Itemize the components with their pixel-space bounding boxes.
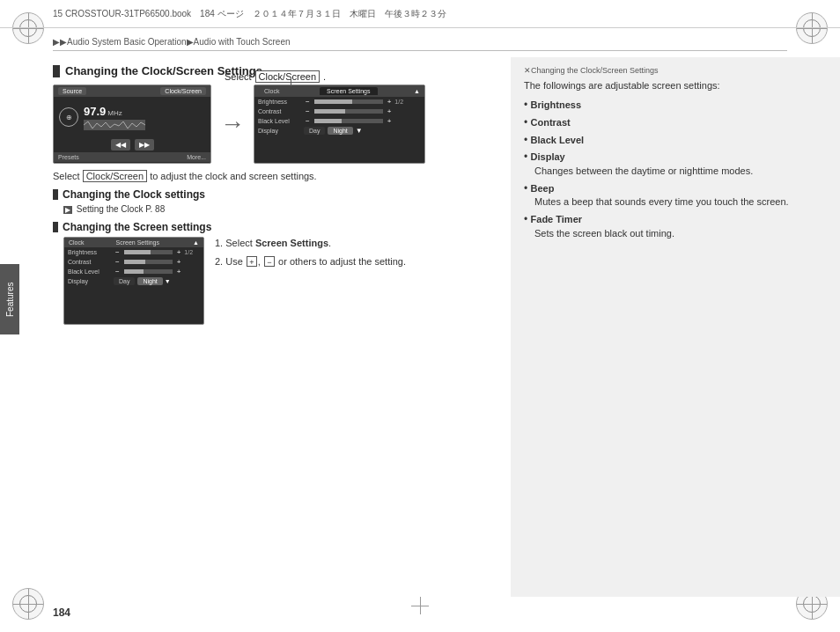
small-contrast-row: Contrast − + bbox=[64, 257, 203, 267]
brightness-row: Brightness − + 1/2 bbox=[254, 97, 424, 107]
bottom-crosshair bbox=[411, 597, 429, 614]
radio-content: ⊕ 97.9 MHz bbox=[54, 97, 210, 137]
ref-icon: ▶ bbox=[63, 206, 72, 214]
clock-ref: ▶ Setting the Clock P. 88 bbox=[63, 204, 502, 214]
settings-top-bar: Clock Screen Settings ▲ bbox=[254, 85, 424, 97]
select-label-text: Select bbox=[225, 71, 252, 82]
right-column: ✕Changing the Clock/Screen Settings The … bbox=[511, 57, 840, 597]
scroll-down-arrow: ▼ bbox=[356, 127, 363, 135]
prev-button: ◀◀ bbox=[111, 139, 130, 151]
black-level-plus: + bbox=[386, 117, 394, 125]
radio-bottom-bar: Presets More... bbox=[54, 152, 210, 162]
brightness-fill bbox=[314, 99, 352, 104]
contrast-row: Contrast − + bbox=[254, 107, 424, 116]
black-level-label: Black Level bbox=[258, 118, 304, 124]
source-button: Source bbox=[58, 87, 86, 95]
fade-timer-sub-text: Sets the screen black out timing. bbox=[534, 227, 827, 240]
top-bar: 15 CROSSTOUR-31TP66500.book 184 ページ ２０１４… bbox=[0, 0, 840, 28]
plus-icon: + bbox=[247, 256, 257, 267]
next-button: ▶▶ bbox=[135, 139, 154, 151]
brightness-label: Brightness bbox=[258, 99, 304, 105]
list-item-contrast: Contrast bbox=[524, 115, 827, 130]
screen-radio: Source Clock/Screen ⊕ 97.9 MHz bbox=[53, 85, 211, 164]
step-2: 2. Use +, − or others to adjust the sett… bbox=[215, 255, 406, 268]
small-black-level-row: Black Level − + bbox=[64, 267, 203, 276]
freq-value: 97.9 bbox=[84, 105, 106, 118]
brightness-slider bbox=[314, 99, 383, 104]
display-sub-text: Changes between the daytime or nighttime… bbox=[534, 165, 827, 178]
small-screen-mockup: Clock Screen Settings ▲ Brightness − + 1… bbox=[63, 237, 204, 325]
steps-area: 1. Select Screen Settings. 2. Use +, − o… bbox=[215, 237, 406, 275]
pointer-line bbox=[291, 77, 291, 86]
screens-row: Select Clock/Screen . Source Clock/Scree… bbox=[53, 85, 502, 164]
clock-tab: Clock bbox=[259, 87, 285, 95]
brightness-plus: + bbox=[386, 98, 394, 106]
breadcrumb-text: ▶▶Audio System Basic Operation▶Audio wit… bbox=[53, 37, 291, 47]
scroll-up-arrow: ▲ bbox=[414, 88, 420, 94]
radio-controls: ◀◀ ▶▶ bbox=[54, 137, 210, 152]
select-label-area: Select Clock/Screen . bbox=[225, 70, 326, 83]
top-bar-text: 15 CROSSTOUR-31TP66500.book 184 ページ ２０１４… bbox=[53, 8, 446, 20]
screen-settings-subsection: Changing the Screen settings Clock Scree… bbox=[53, 221, 502, 325]
clock-settings-subsection: Changing the Clock settings ▶ Setting th… bbox=[53, 188, 502, 214]
black-level-slider bbox=[314, 119, 383, 123]
select-clock-screen-btn: Clock/Screen bbox=[83, 170, 147, 182]
waveform-svg bbox=[84, 120, 145, 130]
display-label: Display bbox=[258, 128, 304, 134]
day-button: Day bbox=[304, 127, 325, 135]
step-1: 1. Select Screen Settings. bbox=[215, 237, 406, 250]
radio-icon: ⊕ bbox=[59, 107, 78, 127]
list-item-black-level: Black Level bbox=[524, 133, 827, 148]
main-content: Changing the Clock/Screen Settings Selec… bbox=[53, 57, 840, 597]
contrast-fill bbox=[314, 109, 345, 114]
list-item-brightness: Brightness bbox=[524, 98, 827, 113]
features-tab: Features bbox=[0, 264, 19, 334]
small-brightness-row: Brightness − + 1/2 bbox=[64, 247, 203, 257]
small-black-level-slider bbox=[124, 269, 173, 274]
page-number: 184 bbox=[53, 606, 70, 619]
screen-heading-bar bbox=[53, 222, 58, 232]
clock-screen-button: Clock/Screen bbox=[160, 87, 206, 95]
right-section-title: ✕Changing the Clock/Screen Settings bbox=[524, 66, 827, 75]
black-level-minus: − bbox=[304, 117, 312, 125]
breadcrumb: ▶▶Audio System Basic Operation▶Audio wit… bbox=[53, 37, 787, 51]
small-brightness-slider bbox=[124, 250, 173, 254]
screen-subsection-heading: Changing the Screen settings bbox=[53, 221, 502, 233]
contrast-slider bbox=[314, 109, 383, 114]
contrast-label: Contrast bbox=[258, 108, 304, 114]
small-brightness-label: Brightness bbox=[68, 249, 114, 255]
list-item-fade-timer: Fade Timer Sets the screen black out tim… bbox=[524, 212, 827, 240]
minus-icon: − bbox=[264, 256, 275, 267]
arrow-right: → bbox=[220, 110, 245, 138]
small-settings-tab: Screen Settings bbox=[116, 239, 159, 246]
small-clock-tab: Clock bbox=[69, 239, 85, 246]
freq-display: 97.9 MHz bbox=[84, 105, 145, 118]
freq-area: 97.9 MHz bbox=[84, 105, 145, 130]
small-settings-top-bar: Clock Screen Settings ▲ bbox=[64, 238, 203, 247]
waveform bbox=[84, 120, 145, 130]
screen-settings-content: Clock Screen Settings ▲ Brightness − + 1… bbox=[53, 237, 502, 325]
small-scroll-up: ▲ bbox=[193, 239, 199, 246]
clock-screen-button-label: Clock/Screen bbox=[255, 70, 320, 83]
black-level-row: Black Level − + bbox=[254, 116, 424, 126]
small-display-row: Display Day Night ▼ bbox=[64, 276, 203, 286]
contrast-plus: + bbox=[386, 107, 394, 115]
left-column: Changing the Clock/Screen Settings Selec… bbox=[53, 57, 511, 597]
select-instruction: Select Clock/Screen to adjust the clock … bbox=[53, 171, 502, 181]
freq-unit: MHz bbox=[107, 109, 122, 117]
contrast-minus: − bbox=[304, 107, 312, 115]
presets-label: Presets bbox=[58, 154, 79, 160]
settings-list: Brightness Contrast Black Level Display … bbox=[524, 98, 827, 240]
screen-settings-tab: Screen Settings bbox=[320, 87, 377, 95]
corner-decoration-bl bbox=[12, 588, 44, 620]
right-intro: The followings are adjustable screen set… bbox=[524, 80, 827, 91]
brightness-minus: − bbox=[304, 98, 312, 106]
list-item-display: Display Changes between the daytime or n… bbox=[524, 150, 827, 178]
display-row: Display Day Night ▼ bbox=[254, 126, 424, 136]
beep-sub-text: Mutes a beep that sounds every time you … bbox=[534, 195, 827, 209]
black-level-fill bbox=[314, 119, 342, 123]
night-button: Night bbox=[328, 127, 352, 135]
more-label: More... bbox=[187, 154, 206, 160]
clock-heading-bar bbox=[53, 189, 58, 200]
clock-subsection-heading: Changing the Clock settings bbox=[53, 188, 502, 201]
